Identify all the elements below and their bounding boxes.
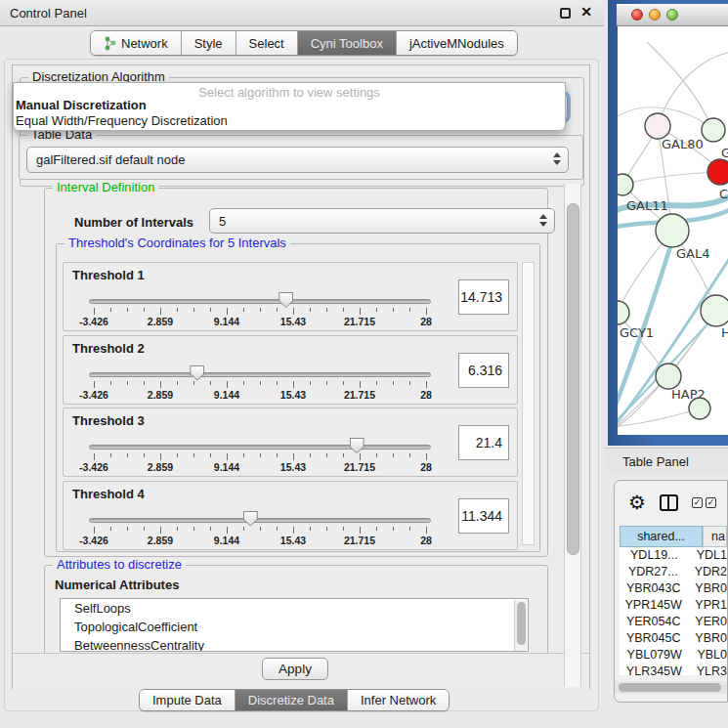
slider-tick	[160, 308, 161, 315]
table-data-combo[interactable]: galFiltered.sif default node	[26, 147, 569, 173]
network-node-gal4[interactable]	[656, 214, 689, 247]
cell-shared-name[interactable]: YER054C	[620, 614, 687, 630]
table-row[interactable]: YPR145WYPR1	[620, 597, 727, 614]
slider-tick	[426, 308, 427, 315]
panel-scrollbar-thumb[interactable]	[567, 203, 579, 555]
interval-definition-group: Interval Definition Number of Intervals …	[44, 188, 548, 557]
checkbox-icon[interactable]: ✓	[706, 497, 716, 508]
gear-icon[interactable]: ⚙	[628, 492, 646, 512]
slider-thumb[interactable]	[243, 511, 258, 527]
cell-shared-name[interactable]: YDL19...	[620, 547, 689, 564]
tab-network[interactable]: Network	[91, 31, 181, 55]
cell-shared-name[interactable]: YBL079W	[620, 647, 689, 664]
table-row[interactable]: YLR345WYLR3	[620, 664, 727, 675]
threshold-slider[interactable]: -3.4262.8599.14415.4321.71528	[89, 408, 431, 478]
cell-name[interactable]: YDR2	[687, 564, 727, 580]
table-row[interactable]: YDR27...YDR2	[620, 564, 727, 580]
cell-name[interactable]: YLR3	[689, 664, 727, 675]
attribute-item-selfloops[interactable]: SelfLoops	[61, 599, 528, 618]
algorithm-option-manual[interactable]: Manual Discretization	[16, 98, 147, 112]
network-canvas[interactable]: GAL80GACGAL11GAL4GCY1HHAP2	[618, 26, 728, 435]
network-node-hap2[interactable]	[656, 364, 681, 389]
slider-tick	[144, 308, 145, 312]
tab-discretize-data[interactable]: Discretize Data	[235, 690, 347, 710]
attributes-scrollbar-thumb[interactable]	[517, 602, 526, 645]
tab-style[interactable]: Style	[181, 31, 236, 55]
network-node-c[interactable]	[707, 159, 728, 185]
threshold-value-field[interactable]: 21.4	[458, 425, 509, 460]
cell-name[interactable]: YBL0	[689, 647, 727, 664]
slider-track[interactable]	[89, 445, 431, 450]
attribute-item-topologicalcoefficient[interactable]: TopologicalCoefficient	[61, 618, 528, 636]
threshold-value-field[interactable]: 11.344	[458, 498, 509, 534]
table-hscrollbar[interactable]	[615, 681, 727, 694]
slider-track[interactable]	[89, 299, 431, 304]
slider-tick	[260, 308, 261, 312]
slider-thumb[interactable]	[190, 365, 204, 381]
tab-cyni-toolbox[interactable]: Cyni Toolbox	[297, 31, 396, 55]
slider-tick	[343, 308, 344, 312]
algorithm-option-equal-width[interactable]: Equal Width/Frequency Discretization	[16, 113, 228, 128]
table-hscrollbar-thumb[interactable]	[619, 683, 721, 692]
network-node-gcy1[interactable]	[618, 301, 629, 324]
slider-thumb[interactable]	[278, 292, 293, 308]
panel-scrollbar[interactable]	[564, 184, 581, 687]
table-row[interactable]: YBR045CYBR0	[620, 630, 727, 647]
network-node-label: GAL4	[676, 246, 709, 261]
apply-button[interactable]: Apply	[262, 658, 328, 680]
threshold-slider[interactable]: -3.4262.8599.14415.4321.71528	[89, 482, 431, 551]
slider-tick	[177, 453, 178, 457]
attributes-scrollbar[interactable]	[514, 600, 527, 652]
cell-name[interactable]: YBR0	[687, 580, 727, 597]
tab-jactivemnodules[interactable]: jActiveMNodules	[396, 31, 517, 55]
threshold-slider[interactable]: -3.4262.8599.14415.4321.71528	[89, 336, 431, 406]
minimize-traffic-light-icon[interactable]	[649, 9, 661, 21]
table-rows: YDL19...YDL1YDR27...YDR2YBR043CYBR0YPR14…	[620, 547, 727, 675]
zoom-traffic-light-icon[interactable]	[666, 9, 678, 21]
network-node-gal11[interactable]	[618, 174, 633, 195]
close-traffic-light-icon[interactable]	[631, 9, 643, 21]
threshold-slider[interactable]: -3.4262.8599.14415.4321.71528	[89, 263, 431, 332]
column-header-shared-[interactable]: shared...	[620, 526, 703, 547]
slider-tick	[94, 308, 95, 315]
interval-definition-title: Interval Definition	[53, 180, 158, 194]
table-row[interactable]: YDL19...YDL1	[620, 547, 727, 564]
cell-shared-name[interactable]: YLR345W	[620, 664, 689, 675]
table-row[interactable]: YBL079WYBL0	[620, 647, 727, 664]
cell-shared-name[interactable]: YDR27...	[620, 564, 687, 580]
cell-shared-name[interactable]: YBR043C	[620, 580, 687, 597]
slider-tick	[326, 453, 327, 457]
num-intervals-label: Number of Intervals	[74, 215, 193, 230]
num-intervals-combo[interactable]: 5	[209, 208, 555, 234]
network-node-h[interactable]	[701, 295, 728, 326]
cell-shared-name[interactable]: YPR145W	[620, 597, 687, 614]
tab-infer-network[interactable]: Infer Network	[347, 690, 449, 710]
network-node[interactable]	[689, 398, 710, 419]
checkbox-icon[interactable]: ✓	[692, 497, 703, 508]
cell-name[interactable]: YPR1	[687, 597, 727, 614]
cell-name[interactable]: YBR0	[687, 630, 727, 647]
thresholds-scrollbar[interactable]	[522, 262, 535, 545]
network-window-titlebar[interactable]	[617, 4, 728, 26]
attribute-item-betweennesscentrality[interactable]: BetweennessCentrality	[61, 636, 528, 652]
slider-thumb[interactable]	[350, 438, 364, 453]
slider-track[interactable]	[89, 518, 431, 523]
cell-shared-name[interactable]: YBR045C	[620, 630, 687, 647]
table-panel: ⚙ ✓ ✓ shared...na YDL19...YDL1YDR27...YD…	[614, 480, 728, 703]
table-row[interactable]: YER054CYER0	[620, 614, 727, 630]
tab-impute-data[interactable]: Impute Data	[140, 690, 235, 710]
table-row[interactable]: YBR043CYBR0	[620, 580, 727, 597]
tab-select[interactable]: Select	[236, 31, 297, 55]
close-icon[interactable]: ✕	[580, 4, 592, 20]
slider-tick	[193, 453, 194, 457]
network-node-gal80[interactable]	[645, 113, 670, 139]
network-node-ga[interactable]	[702, 118, 725, 142]
threshold-value-field[interactable]: 14.713	[458, 279, 509, 315]
threshold-value-field[interactable]: 6.316	[458, 353, 509, 388]
slider-track[interactable]	[89, 372, 431, 377]
cell-name[interactable]: YER0	[687, 614, 727, 630]
float-window-icon[interactable]	[560, 8, 571, 19]
cell-name[interactable]: YDL1	[689, 547, 727, 564]
split-columns-icon[interactable]	[660, 494, 678, 511]
column-header-na[interactable]: na	[703, 526, 727, 547]
